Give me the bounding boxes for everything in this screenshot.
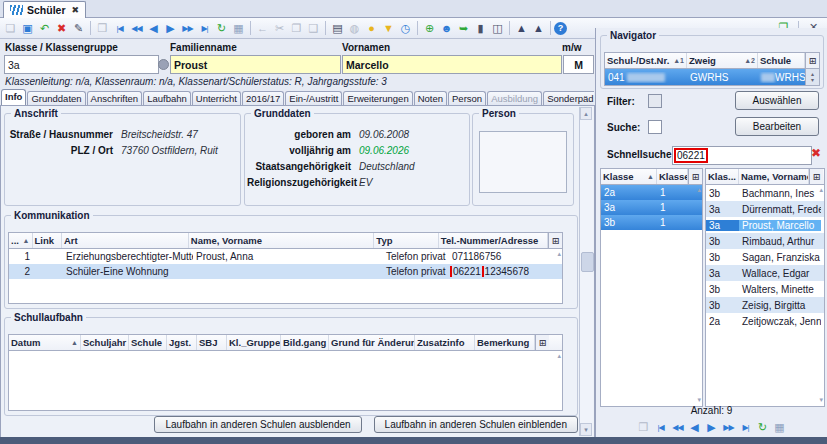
column-chooser-icon[interactable]: ⊞ [688, 169, 702, 184]
first-record-icon[interactable]: |◀ [652, 419, 669, 436]
fast-forward-icon[interactable]: ▶▶ [720, 419, 737, 436]
student-row[interactable]: 3b Bachmann, Ines [706, 185, 824, 201]
student-row[interactable]: 3b Zeisig, Birgitta [706, 297, 824, 313]
tab[interactable]: Anschriften [87, 91, 143, 105]
auswaehlen-button[interactable]: Auswählen [735, 91, 819, 110]
quick-search-input[interactable]: 06221 [672, 146, 812, 165]
column-chooser-icon[interactable]: ⊞ [805, 53, 819, 68]
column-header[interactable]: Klasse▲ [601, 169, 657, 184]
column-header[interactable]: Kl._Gruppe [227, 335, 281, 350]
help-icon[interactable]: ? [554, 22, 567, 35]
column-header[interactable]: Schuljahr [81, 335, 129, 350]
bearbeiten-button[interactable]: Bearbeiten [735, 117, 819, 136]
preview-icon[interactable]: ◍ [346, 20, 363, 37]
refresh-icon[interactable]: ↻ [754, 419, 771, 436]
previous-record-icon[interactable]: ◀ [145, 20, 162, 37]
hint-bulb-icon[interactable]: ● [363, 20, 380, 37]
tab[interactable]: Laufbahn [143, 91, 191, 105]
datasets-icon[interactable]: ❒ [94, 20, 111, 37]
column-header[interactable]: Schule [758, 53, 805, 68]
klasse-input[interactable]: 3a [4, 55, 159, 74]
move-up-alt-icon[interactable]: ▲ [530, 20, 547, 37]
paste-icon[interactable]: ❑ [305, 20, 322, 37]
cut-icon[interactable]: ✂ [271, 20, 288, 37]
close-tab-icon[interactable]: ✖ [72, 6, 80, 15]
copy-icon[interactable]: ❐ [288, 20, 305, 37]
student-row[interactable]: 3b Sagan, Franziska [706, 249, 824, 265]
column-header[interactable]: Zusatzinfo [415, 335, 475, 350]
new-icon[interactable]: ❏ [2, 20, 19, 37]
document-tab-schueler[interactable]: Schüler ✖ [3, 1, 86, 18]
export-globe-icon[interactable]: ⊕ [421, 20, 438, 37]
column-chooser-icon[interactable]: ⊞ [548, 233, 562, 248]
suche-checkbox[interactable] [648, 120, 662, 134]
column-chooser-icon[interactable]: ⊞ [535, 335, 549, 350]
filter-checkbox[interactable] [648, 94, 662, 108]
tab[interactable]: Ausbildung [487, 91, 542, 105]
scroll-up-icon[interactable]: ▴ [819, 186, 823, 194]
tab[interactable]: Ein-/Austritt [285, 91, 342, 105]
previous-record-icon[interactable]: ◀ [686, 419, 703, 436]
fast-back-icon[interactable]: ◀◀ [128, 20, 145, 37]
undo-icon[interactable]: ↶ [36, 20, 53, 37]
column-header[interactable]: Bemerkung [475, 335, 535, 350]
column-header[interactable]: Schul-/Dst.Nr.▲1 [605, 53, 687, 68]
column-header[interactable]: Name, Vorname [189, 233, 374, 248]
navigator-row-selected[interactable]: 041 GWRHS WRHS ▴▾ [605, 69, 819, 85]
clock-icon[interactable]: ◷ [397, 20, 414, 37]
column-header[interactable]: ...▲ [9, 233, 33, 248]
laufbahn-einblenden-button[interactable]: Laufbahn in anderen Schulen einblenden [374, 416, 578, 433]
column-header[interactable]: Jgst. [167, 335, 197, 350]
scroll-down-icon[interactable]: ▾ [819, 396, 823, 404]
tab[interactable]: Info [1, 89, 26, 105]
next-record-icon[interactable]: ▶ [162, 20, 179, 37]
kommunikation-row-selected[interactable]: 2 Schüler-Eine Wohnung Telefon privat 06… [9, 264, 562, 279]
column-header[interactable]: Grund für Änderung [329, 335, 415, 350]
scroll-up-icon[interactable]: ▴ [697, 186, 701, 194]
tab[interactable]: 2016/17 [242, 91, 284, 105]
column-header[interactable]: Datum▲ [9, 335, 81, 350]
first-record-icon[interactable]: |◀ [111, 20, 128, 37]
column-header[interactable]: Schule [129, 335, 167, 350]
tab[interactable]: Erweiterungen [343, 91, 412, 105]
column-header[interactable]: Art [62, 233, 189, 248]
scroll-down-arrow[interactable]: ▾ [580, 423, 592, 436]
save-icon[interactable]: ▣ [19, 20, 36, 37]
refresh-icon[interactable]: ↻ [213, 20, 230, 37]
klasse-row-selected[interactable]: 3b 1 [601, 215, 702, 230]
scroll-down-icon[interactable]: ▾ [697, 396, 701, 404]
student-row[interactable]: 3a Proust, Marcello [706, 217, 824, 233]
stop-icon[interactable]: ▦ [771, 419, 788, 436]
student-row[interactable]: 3b Rimbaud, Arthur [706, 233, 824, 249]
clear-search-icon[interactable]: ✖ [811, 146, 821, 160]
column-chooser-icon[interactable]: ⊞ [809, 169, 823, 184]
photo-badge-icon[interactable]: ◫ [489, 20, 506, 37]
student-row[interactable]: 3b Walters, Minette [706, 281, 824, 297]
delete-icon[interactable]: ✖ [53, 20, 70, 37]
move-up-icon[interactable]: ▲ [513, 20, 530, 37]
tab[interactable]: Grunddaten [27, 91, 85, 105]
tab[interactable]: Person [448, 91, 486, 105]
column-header[interactable]: Link [33, 233, 62, 248]
main-vertical-scrollbar[interactable]: ▴ ▾ [579, 107, 593, 436]
mw-input[interactable]: M [563, 55, 594, 74]
column-header[interactable]: Klas... [706, 169, 739, 184]
column-header[interactable]: Bild.gang [281, 335, 329, 350]
familienname-input[interactable]: Proust [170, 55, 341, 74]
klasse-row-selected[interactable]: 3a 1 [601, 200, 702, 215]
tab[interactable]: Unterricht [192, 91, 241, 105]
student-row[interactable]: 2a Zeitjowczak, Jennifer [706, 313, 824, 329]
row-spinner[interactable]: ▴▾ [805, 69, 819, 85]
student-row[interactable]: 3a Wallace, Edgar [706, 265, 824, 281]
fast-back-icon[interactable]: ◀◀ [669, 419, 686, 436]
column-header[interactable]: Zweig▲2 [687, 53, 758, 68]
column-header[interactable]: Tel.-Nummer/Adresse [439, 233, 548, 248]
scroll-up-icon[interactable]: ▴ [557, 250, 561, 258]
last-record-icon[interactable]: ▶| [196, 20, 213, 37]
back-icon[interactable]: ← [254, 20, 271, 37]
scroll-up-icon[interactable]: ▴ [557, 352, 561, 360]
print-icon[interactable]: ▤ [329, 20, 346, 37]
datasets-icon[interactable]: ❒ [635, 419, 652, 436]
fast-forward-icon[interactable]: ▶▶ [179, 20, 196, 37]
scroll-thumb[interactable] [581, 252, 594, 272]
